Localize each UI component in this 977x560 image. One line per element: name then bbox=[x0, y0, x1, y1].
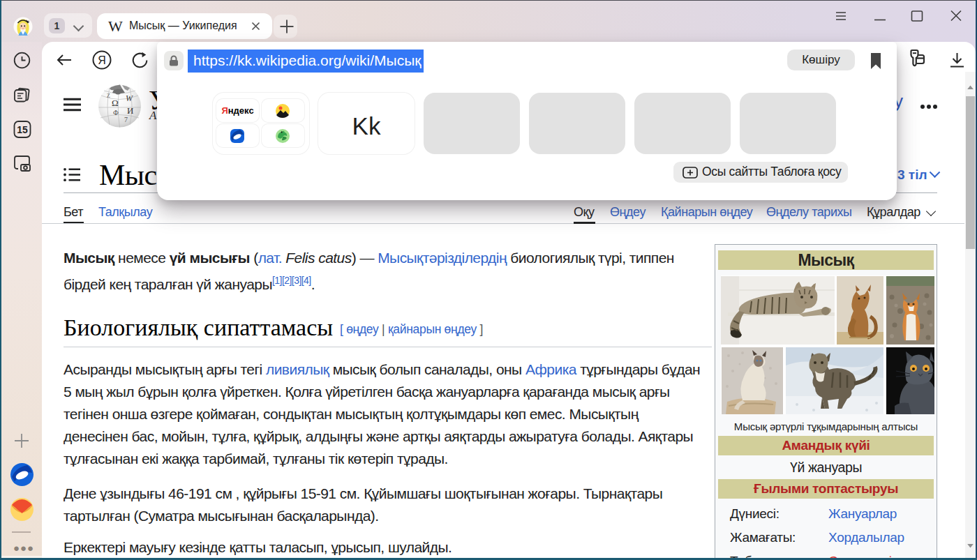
svg-text:Z: Z bbox=[107, 93, 110, 99]
svg-text:И: И bbox=[127, 105, 133, 116]
svg-text:Я: Я bbox=[98, 54, 106, 66]
svg-text:Ф: Ф bbox=[113, 109, 119, 116]
svg-text:7: 7 bbox=[124, 116, 128, 123]
svg-text:Ω: Ω bbox=[112, 98, 119, 108]
svg-text:W: W bbox=[126, 93, 133, 103]
svg-text:15: 15 bbox=[17, 124, 28, 135]
